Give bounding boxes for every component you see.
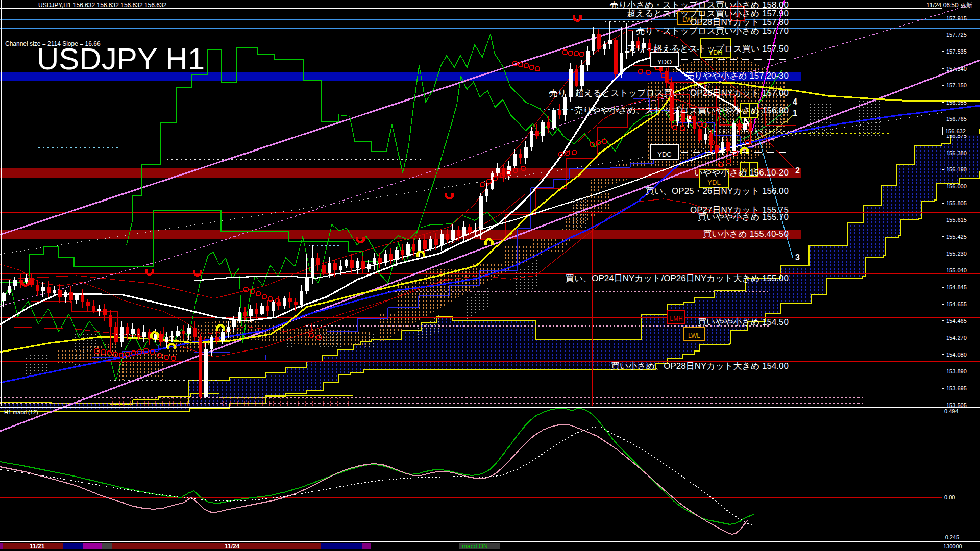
svg-text:USDJPY H1: USDJPY H1 (37, 42, 205, 76)
svg-text:買い小さめ、OP28日NYカット大きめ 154.00: 買い小さめ、OP28日NYカット大きめ 154.00 (611, 361, 789, 371)
svg-text:YDL: YDL (707, 179, 720, 186)
svg-text:H1 macd (12): H1 macd (12) (4, 409, 38, 415)
svg-text:153.505: 153.505 (946, 402, 967, 408)
svg-text:1: 1 (793, 109, 797, 117)
svg-text:11/24: 11/24 (225, 543, 240, 550)
svg-text:0.494: 0.494 (944, 408, 959, 414)
svg-text:買い、OP24日NYカット/OP26日NYカット大きめ 15: 買い、OP24日NYカット/OP26日NYカット大きめ 155.00 (566, 273, 789, 283)
svg-text:154.655: 154.655 (946, 301, 967, 307)
svg-text:156.955: 156.955 (946, 99, 967, 106)
svg-text:いやや小さめ 156.10-20: いやや小さめ 156.10-20 (694, 168, 789, 178)
svg-text:買いやや小さめ 155.70: 買いやや小さめ 155.70 (698, 212, 789, 222)
svg-text:売りやや小さめ、ストップロス買いやや小さめ 156.80: 売りやや小さめ、ストップロス買いやや小さめ 156.80 (574, 106, 789, 115)
svg-text:153.890: 153.890 (946, 368, 967, 374)
svg-text:157.340: 157.340 (946, 66, 967, 72)
svg-text:155.425: 155.425 (946, 234, 967, 240)
svg-text:売りやや小さめ 157.20-30: 売りやや小さめ 157.20-30 (685, 71, 789, 81)
svg-text:156.765: 156.765 (946, 116, 967, 122)
svg-text:156.380: 156.380 (946, 150, 967, 156)
svg-text:LWL: LWL (688, 332, 700, 339)
svg-text:155.230: 155.230 (946, 251, 967, 257)
svg-text:YDO: YDO (657, 58, 672, 66)
svg-text:154.465: 154.465 (946, 318, 967, 324)
svg-text:157.535: 157.535 (946, 48, 967, 55)
svg-text:macd ON: macd ON (462, 543, 488, 550)
svg-text:153.695: 153.695 (946, 385, 967, 391)
svg-text:3: 3 (795, 253, 800, 262)
svg-text:売り・超えるとストップロス買い 157.50: 売り・超えるとストップロス買い 157.50 (627, 44, 789, 54)
svg-text:156.632: 156.632 (945, 128, 966, 134)
svg-text:154.080: 154.080 (946, 352, 967, 358)
svg-text:156.190: 156.190 (946, 166, 967, 172)
svg-text:155.805: 155.805 (946, 200, 967, 206)
svg-text:4: 4 (793, 97, 797, 106)
svg-text:売り・ストップロス買い小さめ 157.70: 売り・ストップロス買い小さめ 157.70 (636, 26, 789, 36)
svg-text:11/24 06:50 更新: 11/24 06:50 更新 (926, 2, 972, 9)
svg-text:2: 2 (795, 166, 800, 175)
svg-text:LMH: LMH (670, 315, 682, 322)
svg-text:買いやや小さめ 154.50: 買いやや小さめ 154.50 (698, 317, 789, 327)
svg-text:130000: 130000 (943, 543, 962, 549)
svg-text:155.040: 155.040 (946, 267, 967, 273)
svg-text:買い、OP25・26日NYカット 156.00: 買い、OP25・26日NYカット 156.00 (646, 186, 789, 196)
svg-text:11/21: 11/21 (30, 543, 45, 550)
svg-text:157.725: 157.725 (946, 32, 967, 38)
svg-text:155.615: 155.615 (946, 217, 967, 223)
svg-text:YDC: YDC (657, 151, 671, 158)
svg-text:156.000: 156.000 (946, 183, 967, 189)
svg-text:買い小さめ 155.40-50: 買い小さめ 155.40-50 (703, 229, 789, 239)
svg-text:157.150: 157.150 (946, 82, 967, 88)
svg-text:154.845: 154.845 (946, 284, 967, 290)
svg-text:0.00: 0.00 (944, 494, 955, 500)
svg-text:売り・超えるとストップロス買い、OP26日NYカット 157: 売り・超えるとストップロス買い、OP26日NYカット 157.00 (549, 88, 789, 98)
svg-text:157.915: 157.915 (946, 15, 967, 21)
svg-text:USDJPY,H1 156.632 156.632 156: USDJPY,H1 156.632 156.632 156.632 156.63… (38, 2, 167, 9)
svg-text:154.270: 154.270 (946, 335, 967, 341)
svg-text:-0.245: -0.245 (943, 534, 959, 540)
